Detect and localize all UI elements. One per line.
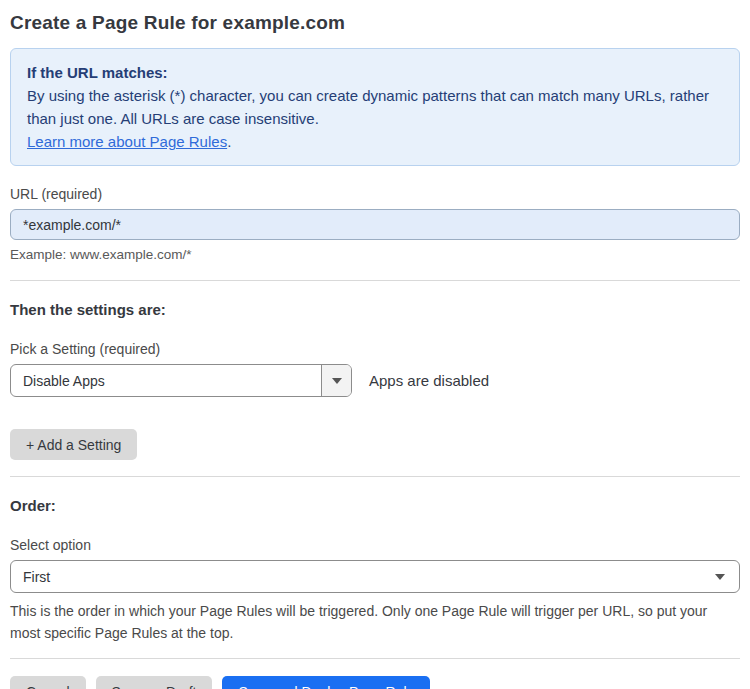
url-match-info-box: If the URL matches: By using the asteris…	[10, 48, 740, 166]
settings-section-heading: Then the settings are:	[10, 301, 740, 318]
setting-description: Apps are disabled	[369, 372, 489, 389]
divider	[10, 658, 740, 659]
order-description: This is the order in which your Page Rul…	[10, 600, 740, 644]
pick-setting-label: Pick a Setting (required)	[10, 341, 740, 357]
learn-more-link[interactable]: Learn more about Page Rules	[27, 133, 227, 150]
info-box-link-line: Learn more about Page Rules.	[27, 130, 723, 153]
save-as-draft-button[interactable]: Save as Draft	[96, 676, 213, 689]
add-setting-button[interactable]: + Add a Setting	[10, 429, 137, 460]
divider	[10, 476, 740, 477]
setting-dropdown[interactable]: Disable Apps	[10, 364, 352, 397]
divider	[10, 280, 740, 281]
setting-row: Disable Apps Apps are disabled	[10, 364, 740, 397]
cancel-button[interactable]: Cancel	[10, 676, 86, 689]
info-box-body: By using the asterisk (*) character, you…	[27, 84, 723, 130]
chevron-down-icon	[332, 378, 342, 384]
select-option-label: Select option	[10, 537, 740, 553]
link-suffix: .	[227, 133, 231, 150]
chevron-down-icon	[715, 574, 725, 580]
order-select-value: First	[23, 569, 715, 585]
page-title: Create a Page Rule for example.com	[10, 12, 740, 34]
order-section-heading: Order:	[10, 497, 740, 514]
setting-dropdown-value: Disable Apps	[11, 365, 321, 396]
order-select[interactable]: First	[10, 560, 740, 593]
setting-dropdown-arrow-button[interactable]	[321, 365, 351, 396]
url-field-label: URL (required)	[10, 186, 740, 202]
actions-row: Cancel Save as Draft Save and Deploy Pag…	[10, 676, 740, 689]
info-box-heading: If the URL matches:	[27, 61, 723, 84]
url-example-text: Example: www.example.com/*	[10, 247, 740, 262]
url-input[interactable]	[10, 209, 740, 240]
save-and-deploy-button[interactable]: Save and Deploy Page Rule	[222, 676, 430, 689]
